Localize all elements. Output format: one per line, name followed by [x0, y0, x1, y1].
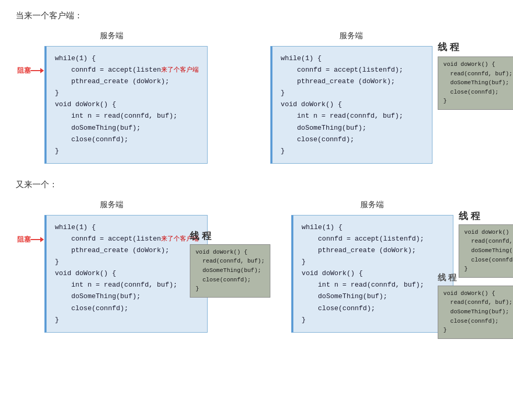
section2-left-thread-box: void doWork() { read(connfd, buf); doSom… [190, 244, 270, 298]
section2-right-thread1-box: void doWork() { read(connfd, buf); doSom… [459, 224, 513, 278]
blocking-arrow-1: 阻塞 [17, 66, 44, 75]
blocking-label-1: 阻塞 [17, 66, 31, 75]
section2-right-thread2-label: 线 程 [438, 273, 457, 283]
section2-right-thread2-box: void doWork() { read(connfd, buf); doSom… [438, 286, 513, 339]
section2-right-diagram: 服务端 while(1) { connfd = accept(listenfd)… [291, 200, 453, 333]
section1-right-thread-box: void doWork() { read(connfd, buf); doSom… [438, 56, 513, 110]
section2-right-label: 服务端 [360, 200, 384, 210]
section2-left-thread-label: 线 程 [190, 230, 211, 242]
section2-left-diagram: 服务端 阻塞 while(1) { connfd = accept(listen… [16, 200, 208, 333]
blocking-label-2: 阻塞 [17, 235, 31, 244]
section1-left-label: 服务端 [100, 31, 123, 41]
section1-title: 当来一个客户端： [16, 10, 497, 21]
section1-right-thread-container: 线 程 void doWork() { read(connfd, buf); d… [438, 41, 459, 56]
section2-right-thread1-label: 线 程 [459, 210, 480, 222]
section1-left-diagram: 服务端 阻塞 while(1) { connfd = accept(listen… [16, 31, 208, 164]
section1-right-label: 服务端 [339, 31, 363, 41]
section2-title: 又来一个： [16, 179, 497, 190]
section2-left-code: while(1) { connfd = accept(listen来了个客户端 … [44, 215, 208, 333]
section1-right-code: while(1) { connfd = accept(listenfd); pt… [270, 46, 432, 164]
blocking-arrow-2: 阻塞 [17, 235, 44, 244]
section1-right-diagram: 服务端 while(1) { connfd = accept(listenfd)… [270, 31, 432, 164]
section2-right-thread1-container: 线 程 void doWork() { read(connfd, buf); d… [459, 210, 480, 224]
section1-right-thread-label: 线 程 [438, 41, 459, 53]
section2-left-label: 服务端 [100, 200, 123, 210]
section2-right-code: while(1) { connfd = accept(listenfd); pt… [291, 215, 453, 333]
section1-left-code: while(1) { connfd = accept(listen来了个客户端 … [44, 46, 208, 164]
section2-right-thread2-container: 线 程 void doWork() { read(connfd, buf); d… [438, 273, 457, 286]
section2-left-thread-container: 线 程 void doWork() { read(connfd, buf); d… [190, 230, 211, 244]
